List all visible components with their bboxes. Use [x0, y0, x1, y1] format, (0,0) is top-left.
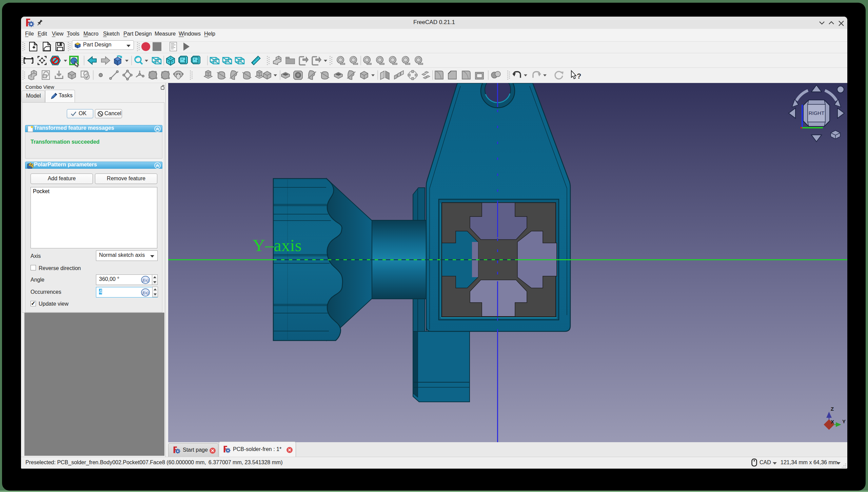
svg-text:Y: Y	[842, 418, 846, 424]
svg-text:Y–axis: Y–axis	[253, 236, 301, 255]
svg-text:Z: Z	[831, 406, 834, 412]
svg-text:f(x): f(x)	[142, 290, 149, 295]
svg-text:X: X	[831, 419, 834, 425]
svg-text:RIGHT: RIGHT	[809, 110, 825, 116]
svg-text:f(x): f(x)	[142, 278, 149, 283]
